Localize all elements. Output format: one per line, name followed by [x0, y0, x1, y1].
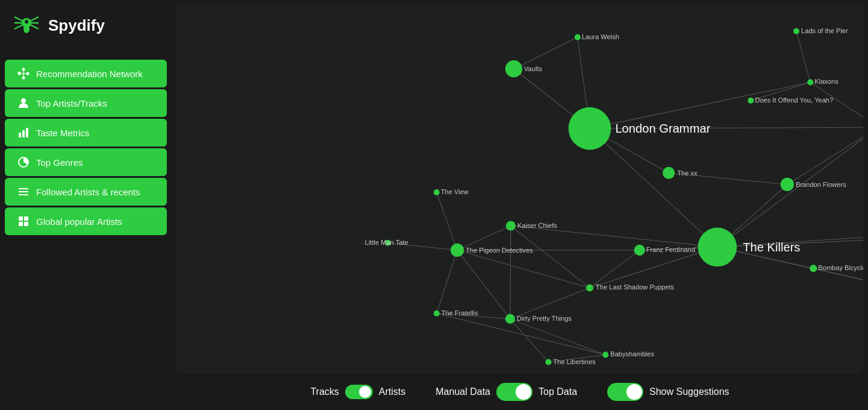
svg-point-12 — [22, 68, 25, 71]
svg-line-54 — [457, 226, 511, 250]
svg-point-84 — [575, 34, 581, 40]
svg-point-96 — [434, 189, 440, 195]
svg-line-31 — [590, 127, 863, 128]
svg-text:Brandon Flowers: Brandon Flowers — [796, 181, 846, 188]
svg-line-71 — [813, 268, 863, 286]
logo-area: Spydify — [0, 0, 172, 58]
svg-point-102 — [634, 245, 645, 256]
svg-line-62 — [590, 250, 640, 288]
nav-items: Recommendation Network Top Artists/Track… — [0, 58, 172, 237]
svg-point-15 — [18, 72, 21, 75]
sidebar-item-taste-metrics[interactable]: Taste Metrics — [5, 119, 167, 147]
svg-line-56 — [437, 250, 457, 314]
svg-point-13 — [27, 72, 30, 75]
svg-text:Bombay Bicycle Club: Bombay Bicycle Club — [818, 264, 863, 271]
svg-text:Kaiser Chiefs: Kaiser Chiefs — [517, 222, 557, 229]
svg-point-104 — [586, 284, 593, 291]
network-visualization: London Grammar The Killers Vaults White … — [176, 5, 863, 374]
svg-line-67 — [510, 288, 590, 318]
bottom-bar: Tracks Artists Manual Data Top Data Show… — [176, 374, 863, 410]
svg-line-47 — [717, 247, 863, 287]
svg-point-110 — [810, 265, 817, 272]
svg-line-49 — [590, 247, 717, 288]
svg-text:The View: The View — [441, 188, 469, 195]
svg-line-50 — [751, 82, 810, 100]
sidebar-item-top-artists-tracks[interactable]: Top Artists/Tracks — [5, 89, 167, 117]
svg-point-120 — [545, 359, 551, 365]
network-icon — [17, 67, 30, 80]
tracks-toggle-knob — [359, 386, 371, 398]
table-icon — [17, 215, 30, 228]
svg-text:Babyshambles: Babyshambles — [610, 350, 654, 358]
svg-point-100 — [506, 221, 516, 230]
svg-line-51 — [796, 31, 810, 83]
person-icon — [17, 96, 30, 110]
svg-text:Lads of the Pier: Lads of the Pier — [801, 27, 848, 34]
svg-point-90 — [807, 79, 813, 85]
svg-rect-27 — [24, 216, 28, 221]
nav-label-taste-metrics: Taste Metrics — [36, 128, 89, 138]
svg-line-44 — [717, 236, 863, 247]
svg-line-33 — [590, 128, 717, 247]
svg-line-36 — [514, 37, 578, 69]
logo-text: Spydify — [48, 16, 105, 35]
svg-point-116 — [505, 314, 515, 324]
sidebar-item-recommendation-network[interactable]: Recommendation Network — [5, 60, 167, 87]
show-suggestions-label: Show Suggestions — [649, 386, 729, 397]
svg-rect-26 — [19, 216, 23, 221]
top-data-label: Top Data — [539, 386, 577, 397]
svg-line-66 — [510, 319, 549, 362]
data-toggle[interactable] — [496, 383, 532, 401]
svg-rect-23 — [19, 188, 28, 189]
artists-label: Artists — [379, 386, 405, 397]
nav-label-global-popular: Global popular Artists — [36, 216, 122, 227]
suggestions-toggle-knob — [626, 384, 642, 400]
suggestions-toggle[interactable] — [607, 383, 643, 401]
tracks-label: Tracks — [310, 386, 339, 397]
svg-line-42 — [669, 173, 787, 184]
svg-point-76 — [505, 60, 522, 77]
nav-label-recommendation-network: Recommendation Network — [36, 69, 143, 79]
svg-rect-29 — [24, 222, 28, 226]
svg-point-94 — [385, 240, 391, 246]
sidebar-item-followed-artists[interactable]: Followed Artists & recents — [5, 178, 167, 206]
sidebar-item-top-genres[interactable]: Top Genres — [5, 148, 167, 176]
svg-line-65 — [510, 319, 605, 355]
svg-point-7 — [25, 20, 28, 24]
svg-point-82 — [781, 178, 794, 191]
network-svg: London Grammar The Killers Vaults White … — [176, 5, 863, 374]
svg-rect-25 — [19, 194, 28, 195]
svg-point-9 — [28, 20, 30, 22]
svg-point-98 — [451, 244, 464, 257]
pie-icon — [17, 156, 30, 169]
svg-point-122 — [793, 28, 799, 34]
sidebar-item-global-popular[interactable]: Global popular Artists — [5, 207, 167, 235]
svg-point-74 — [698, 228, 737, 267]
svg-line-58 — [457, 250, 590, 288]
manual-data-label: Manual Data — [436, 386, 490, 397]
svg-text:Does It Offend You, Yeah?: Does It Offend You, Yeah? — [755, 96, 833, 104]
list-icon — [17, 185, 30, 198]
data-toggle-group: Manual Data Top Data — [436, 383, 577, 401]
svg-text:Klaxons: Klaxons — [814, 78, 838, 85]
svg-text:Laura Welsh: Laura Welsh — [582, 33, 619, 40]
svg-rect-21 — [26, 128, 28, 137]
svg-line-40 — [787, 127, 863, 184]
svg-rect-24 — [19, 191, 28, 192]
svg-line-39 — [810, 82, 863, 127]
svg-line-53 — [437, 192, 457, 250]
svg-point-18 — [21, 98, 26, 103]
nav-label-followed-artists: Followed Artists & recents — [36, 187, 140, 197]
svg-line-68 — [437, 314, 605, 355]
svg-text:Vaults: Vaults — [524, 65, 542, 72]
sidebar: Spydify Recommendation Network — [0, 0, 172, 410]
data-toggle-knob — [516, 384, 531, 400]
svg-rect-20 — [22, 130, 25, 137]
chart-icon — [17, 126, 30, 139]
spydify-logo-icon — [12, 11, 41, 40]
svg-line-34 — [590, 82, 810, 128]
nav-label-top-genres: Top Genres — [36, 157, 83, 168]
tracks-toggle[interactable] — [345, 385, 373, 399]
svg-point-118 — [602, 352, 608, 358]
svg-line-57 — [457, 250, 510, 319]
